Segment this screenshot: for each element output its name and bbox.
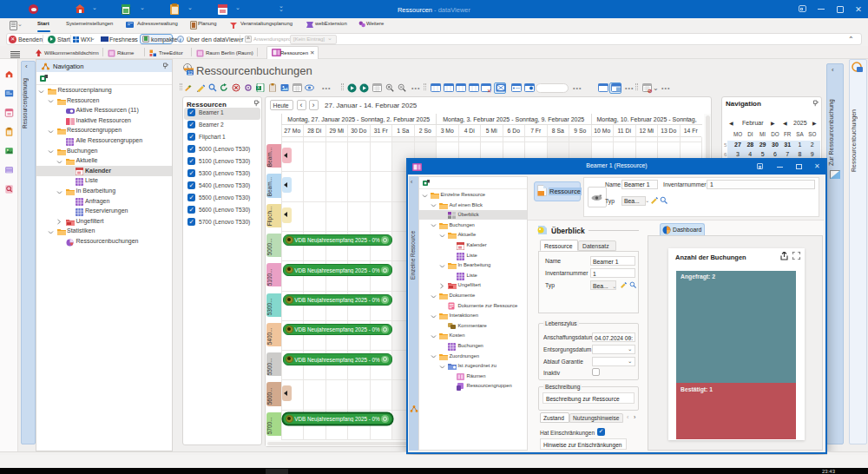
svg-text:+: +	[188, 83, 192, 89]
svg-text:12: 12	[187, 70, 193, 76]
svg-text:X: X	[257, 86, 260, 90]
